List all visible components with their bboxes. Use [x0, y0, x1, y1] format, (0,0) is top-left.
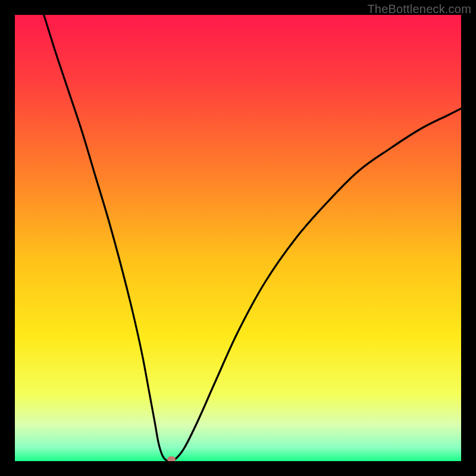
plot-area [15, 15, 461, 461]
minimum-marker-icon [167, 456, 176, 461]
outer-frame: TheBottleneck.com [0, 0, 476, 476]
watermark-text: TheBottleneck.com [367, 2, 471, 16]
curve-layer [15, 15, 461, 461]
bottleneck-curve [44, 15, 461, 461]
